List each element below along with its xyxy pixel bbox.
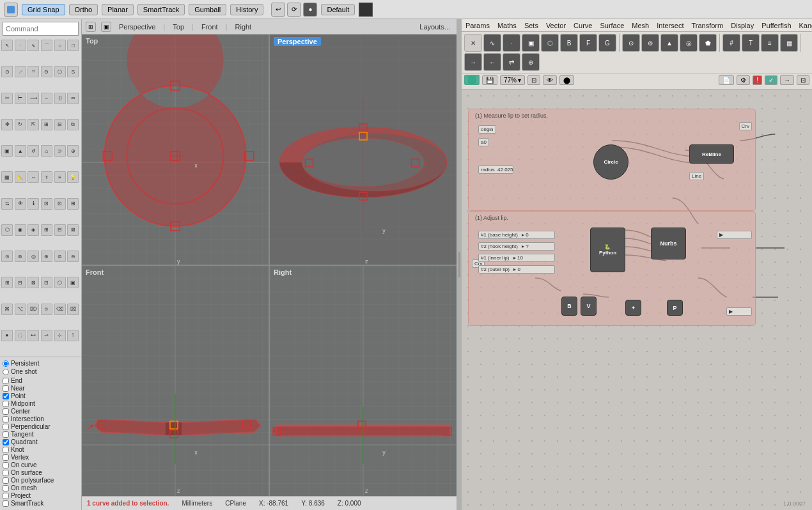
gh-green-indicator[interactable] <box>464 75 480 85</box>
tool-mirror[interactable]: ⇔ <box>67 93 79 104</box>
gh-bake-button[interactable]: ⬤ <box>559 75 574 85</box>
osnap-point[interactable] <box>3 393 9 399</box>
tool-extrude[interactable]: ▲ <box>15 145 26 157</box>
tool-props[interactable]: ℹ <box>27 198 39 210</box>
osnap-near[interactable] <box>3 385 9 392</box>
gh-icon-prim1[interactable]: ⊙ <box>622 34 640 52</box>
tool-surface[interactable]: ▣ <box>1 145 13 157</box>
gh-menu-display[interactable]: Display <box>731 22 754 29</box>
tool-d6[interactable]: ⊺ <box>67 330 79 341</box>
gh-param-a0[interactable]: a0 <box>478 138 489 146</box>
gh-param-w2[interactable]: #2 (outer lip) ▸ 0 <box>478 265 555 274</box>
command-input[interactable] <box>3 22 79 36</box>
tool-scale[interactable]: ⇱ <box>27 119 39 130</box>
viewport-perspective[interactable]: Perspective <box>270 35 457 265</box>
tool-c2[interactable]: ⌥ <box>15 304 26 315</box>
gh-icon-prim4[interactable]: ◎ <box>680 34 698 52</box>
tab-front[interactable]: Front <box>199 22 221 32</box>
osnap-onmesh[interactable] <box>3 485 9 491</box>
osnap-end[interactable] <box>3 378 9 384</box>
gh-node-nurbs[interactable]: Nurbs <box>651 228 686 259</box>
gh-icon-brep[interactable]: B <box>560 34 578 52</box>
tool-cplane[interactable]: ⊟ <box>54 224 66 236</box>
tool-mesh[interactable]: ▦ <box>1 171 13 183</box>
gh-node-v[interactable]: V <box>581 297 597 316</box>
viewport-maximize-icon[interactable]: ⊞ <box>86 22 96 32</box>
tool-render[interactable]: 💡 <box>67 171 79 183</box>
gh-canvas[interactable]: (1) Measure lip to set radius. origin a0… <box>462 89 812 510</box>
gh-menu-mesh[interactable]: Mesh <box>632 22 649 29</box>
gh-menu-transform[interactable]: Transform <box>691 22 723 29</box>
tool-c5[interactable]: ⌫ <box>54 304 66 315</box>
tool-array[interactable]: ⊞ <box>41 119 52 130</box>
gh-param-origin[interactable]: origin <box>478 125 496 134</box>
gh-icon-util3[interactable]: ⇄ <box>503 53 520 71</box>
gh-preview-button[interactable]: 👁 <box>543 75 557 85</box>
tool-revolve[interactable]: ↺ <box>27 145 39 157</box>
tool-polygon[interactable]: ⬡ <box>54 66 66 77</box>
gh-icon-prim5[interactable]: ⬟ <box>699 34 717 52</box>
tool-camera[interactable]: ⊡ <box>54 198 66 210</box>
gh-node-plus[interactable]: + <box>625 300 641 316</box>
gh-icon-surface[interactable]: ▣ <box>522 34 540 52</box>
gh-node-circle[interactable]: Circle <box>593 144 629 180</box>
gh-icon-panel[interactable]: ▦ <box>780 34 798 52</box>
gh-menu-curve[interactable]: Curve <box>574 22 592 29</box>
tool-loft[interactable]: ⌂ <box>41 145 52 157</box>
default-scheme-button[interactable]: Default <box>321 4 355 15</box>
gh-menu-params[interactable]: Params <box>465 22 490 29</box>
tool-fillet[interactable]: ⌣ <box>41 93 52 104</box>
tool-lasso[interactable]: ⊙ <box>1 66 13 77</box>
rhino-logo[interactable] <box>4 3 18 17</box>
tool-a2[interactable]: ⊚ <box>15 251 26 262</box>
tool-boolean[interactable]: ⊕ <box>67 145 79 157</box>
osnap-quadrant[interactable] <box>3 439 9 445</box>
tool-point[interactable]: · <box>15 40 26 51</box>
gh-icon-open[interactable]: ✕ <box>464 34 482 52</box>
osnap-smarttrack[interactable] <box>3 500 9 507</box>
tool-a6[interactable]: ⊝ <box>67 251 79 262</box>
gh-icon-bool[interactable]: T <box>742 34 760 52</box>
gh-node-b[interactable]: B <box>561 297 577 316</box>
tool-snap[interactable]: ⊡ <box>41 198 52 210</box>
tab-perspective[interactable]: Perspective <box>116 22 158 32</box>
layouts-button[interactable]: Layouts... <box>417 22 453 32</box>
tab-top[interactable]: Top <box>170 22 187 32</box>
tool-select[interactable]: ↖ <box>1 40 13 51</box>
tool-grid[interactable]: ⊞ <box>41 224 52 236</box>
gh-zoom-level[interactable]: 77% ▾ <box>500 75 525 85</box>
gh-final-out[interactable]: ▶ <box>726 307 752 316</box>
gh-icon-util1[interactable]: → <box>464 53 482 71</box>
tool-polyline[interactable]: ⟋ <box>15 66 26 77</box>
tool-extend[interactable]: ⟶ <box>27 93 39 104</box>
ortho-button[interactable]: Ortho <box>69 4 98 15</box>
gh-menu-maths[interactable]: Maths <box>497 22 517 29</box>
tool-b5[interactable]: ⬡ <box>54 277 66 288</box>
record-icon[interactable]: ● <box>303 3 317 17</box>
gh-crv-top[interactable]: Crv <box>739 122 752 130</box>
tool-trim[interactable]: ✂ <box>1 93 13 104</box>
tool-spline[interactable]: S <box>67 66 79 77</box>
tool-text[interactable]: T <box>41 171 52 183</box>
tool-hatch[interactable]: ≡ <box>54 171 66 183</box>
gh-menu-kangaroo[interactable]: Kangaroo2 <box>799 22 812 29</box>
gh-param-h2[interactable]: #2 (hook height) ▸ ? <box>478 242 555 251</box>
tool-b2[interactable]: ⊟ <box>15 277 26 288</box>
tool-d5[interactable]: ⊹ <box>54 330 66 341</box>
gh-settings-btn[interactable]: ⚙ <box>737 75 750 85</box>
gh-node-python[interactable]: 🐍 Python <box>590 228 625 272</box>
gh-zoom-fit[interactable]: ⊡ <box>527 75 540 85</box>
gh-right-btn2[interactable]: ⊡ <box>797 75 809 85</box>
viewport-divider[interactable] <box>457 19 462 510</box>
viewport-layout-icon[interactable]: ▣ <box>101 22 111 32</box>
osnap-midpoint[interactable] <box>3 401 9 407</box>
osnap-project[interactable] <box>3 493 9 499</box>
tool-a4[interactable]: ⊛ <box>41 251 52 262</box>
tool-c3[interactable]: ⌦ <box>27 304 39 315</box>
gh-param-w1[interactable]: #1 (inner lip) ▸ 10 <box>478 254 555 262</box>
tool-a3[interactable]: ◎ <box>27 251 39 262</box>
gh-right-btn1[interactable]: → <box>780 75 794 85</box>
tool-circle[interactable]: ○ <box>54 40 66 51</box>
tool-move[interactable]: ✥ <box>1 119 13 130</box>
viewport-top[interactable]: Top <box>82 35 269 265</box>
